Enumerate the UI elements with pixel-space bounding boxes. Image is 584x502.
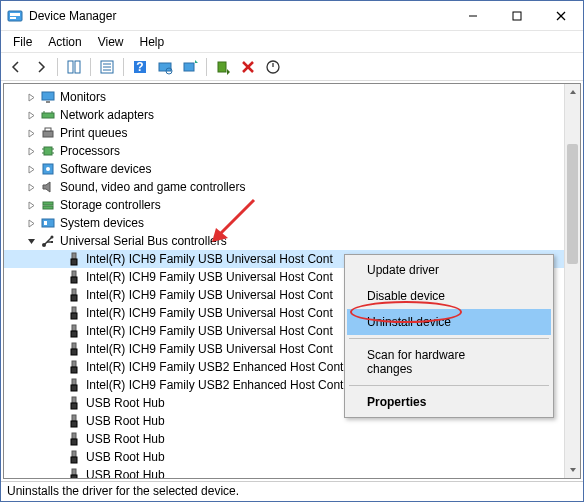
svg-rect-48 [71, 277, 77, 283]
menu-view[interactable]: View [90, 33, 132, 51]
svg-rect-52 [71, 313, 77, 319]
category-icon [40, 143, 56, 159]
properties-button[interactable] [96, 56, 118, 78]
svg-rect-61 [72, 397, 76, 403]
status-bar: Uninstalls the driver for the selected d… [1, 481, 583, 501]
svg-point-42 [51, 236, 54, 239]
category-icon [40, 215, 56, 231]
svg-rect-29 [44, 147, 52, 155]
tree-category[interactable]: Sound, video and game controllers [4, 178, 580, 196]
expand-toggle[interactable] [24, 144, 38, 158]
category-label: Network adapters [60, 108, 154, 122]
usb-icon [66, 467, 82, 479]
uninstall-device-button[interactable] [237, 56, 259, 78]
menu-file[interactable]: File [5, 33, 40, 51]
ctx-disable-device[interactable]: Disable device [347, 283, 551, 309]
category-label: Print queues [60, 126, 127, 140]
svg-rect-39 [44, 221, 47, 225]
svg-rect-37 [43, 206, 53, 209]
svg-rect-69 [72, 469, 76, 475]
svg-rect-70 [71, 475, 77, 479]
device-label: USB Root Hub [86, 450, 165, 464]
svg-rect-2 [10, 17, 16, 19]
show-hide-console-button[interactable] [63, 56, 85, 78]
expand-toggle[interactable] [24, 234, 38, 248]
scroll-down-button[interactable] [565, 462, 580, 478]
usb-icon [66, 359, 82, 375]
device-tree-pane: MonitorsNetwork adaptersPrint queuesProc… [3, 83, 581, 479]
svg-rect-66 [71, 439, 77, 445]
enable-device-button[interactable] [212, 56, 234, 78]
expand-spacer [50, 396, 64, 410]
svg-rect-64 [71, 421, 77, 427]
menu-help[interactable]: Help [132, 33, 173, 51]
device-label: USB Root Hub [86, 396, 165, 410]
device-label: USB Root Hub [86, 432, 165, 446]
category-label: Processors [60, 144, 120, 158]
toolbar-separator [57, 58, 58, 76]
svg-rect-57 [72, 361, 76, 367]
scroll-up-button[interactable] [565, 84, 580, 100]
category-icon [40, 233, 56, 249]
app-icon [7, 8, 23, 24]
tree-category[interactable]: Print queues [4, 124, 580, 142]
ctx-scan-hardware[interactable]: Scan for hardware changes [347, 342, 551, 382]
ctx-update-driver[interactable]: Update driver [347, 257, 551, 283]
expand-toggle[interactable] [24, 126, 38, 140]
close-button[interactable] [539, 1, 583, 30]
expand-spacer [50, 270, 64, 284]
svg-rect-62 [71, 403, 77, 409]
expand-toggle[interactable] [24, 216, 38, 230]
svg-rect-67 [72, 451, 76, 457]
svg-point-35 [46, 167, 50, 171]
expand-toggle[interactable] [24, 108, 38, 122]
help-button[interactable]: ? [129, 56, 151, 78]
usb-icon [66, 395, 82, 411]
category-label: System devices [60, 216, 144, 230]
minimize-button[interactable] [451, 1, 495, 30]
maximize-button[interactable] [495, 1, 539, 30]
toolbar-separator [206, 58, 207, 76]
expand-toggle[interactable] [24, 198, 38, 212]
vertical-scrollbar[interactable] [564, 84, 580, 478]
usb-icon [66, 413, 82, 429]
tree-category[interactable]: Processors [4, 142, 580, 160]
svg-rect-45 [72, 253, 76, 259]
usb-icon [66, 251, 82, 267]
tree-category[interactable]: Software devices [4, 160, 580, 178]
device-label: Intel(R) ICH9 Family USB Universal Host … [86, 306, 333, 320]
tree-category[interactable]: Universal Serial Bus controllers [4, 232, 580, 250]
scrollbar-thumb[interactable] [567, 144, 578, 264]
svg-rect-63 [72, 415, 76, 421]
tree-category[interactable]: Network adapters [4, 106, 580, 124]
disable-device-button[interactable] [262, 56, 284, 78]
expand-toggle[interactable] [24, 162, 38, 176]
back-button[interactable] [5, 56, 27, 78]
tree-device[interactable]: USB Root Hub [4, 430, 580, 448]
usb-icon [66, 449, 82, 465]
expand-toggle[interactable] [24, 90, 38, 104]
ctx-properties[interactable]: Properties [347, 389, 551, 415]
category-icon [40, 107, 56, 123]
category-icon [40, 161, 56, 177]
tree-category[interactable]: Storage controllers [4, 196, 580, 214]
svg-rect-54 [71, 331, 77, 337]
scan-button[interactable] [154, 56, 176, 78]
svg-line-41 [44, 237, 52, 245]
tree-device[interactable]: USB Root Hub [4, 466, 580, 479]
tree-category[interactable]: Monitors [4, 88, 580, 106]
device-label: Intel(R) ICH9 Family USB Universal Host … [86, 324, 333, 338]
menu-action[interactable]: Action [40, 33, 89, 51]
expand-toggle[interactable] [24, 180, 38, 194]
forward-button[interactable] [30, 56, 52, 78]
usb-icon [66, 377, 82, 393]
tree-category[interactable]: System devices [4, 214, 580, 232]
tree-device[interactable]: USB Root Hub [4, 448, 580, 466]
svg-rect-68 [71, 457, 77, 463]
svg-rect-65 [72, 433, 76, 439]
device-label: Intel(R) ICH9 Family USB2 Enhanced Host … [86, 360, 343, 374]
svg-rect-1 [10, 13, 20, 16]
ctx-uninstall-device[interactable]: Uninstall device [347, 309, 551, 335]
update-driver-button[interactable] [179, 56, 201, 78]
titlebar: Device Manager [1, 1, 583, 31]
